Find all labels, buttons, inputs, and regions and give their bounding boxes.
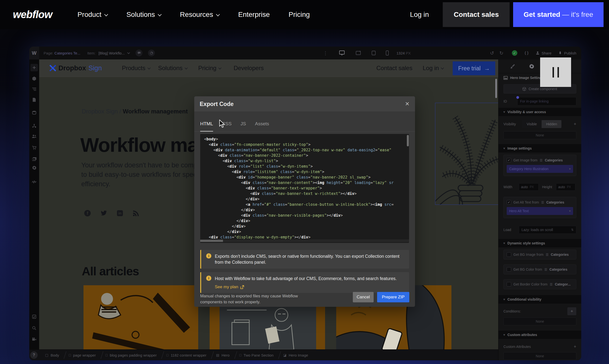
image-field-select[interactable]: Category Hero Illustration▾ (507, 165, 573, 173)
close-icon[interactable]: ✕ (405, 101, 410, 107)
get-border-color-from-checkbox-row[interactable]: Get Border Color from☰Categor... (507, 282, 573, 286)
add-icon[interactable] (30, 64, 38, 71)
item-selector[interactable]: Item:[Blog] Workflo... (87, 51, 130, 55)
video-icon[interactable] (29, 335, 39, 343)
code-horizontal-scrollbar[interactable] (200, 239, 409, 242)
canvas-width-value[interactable]: 1324 PX (396, 51, 411, 55)
desktop-breakpoint-icon[interactable] (339, 51, 345, 55)
canvas-scrollbar[interactable] (495, 79, 497, 98)
comments-icon[interactable] (136, 50, 142, 56)
free-trial-button[interactable]: Free trial→ (453, 61, 495, 75)
style-brush-icon[interactable] (510, 64, 515, 69)
height-input[interactable]: autoPX (556, 183, 575, 191)
checkbox-checked-icon[interactable]: ✓ (507, 200, 511, 205)
site-nav-item-log-in[interactable]: Log in (423, 59, 443, 77)
site-nav-item-solutions[interactable]: Solutions (158, 59, 187, 77)
checklist-icon[interactable] (29, 312, 39, 321)
section-dynamic-styles[interactable]: ▾Dynamic style settings (498, 239, 581, 247)
cms-icon[interactable] (29, 108, 39, 117)
checkbox-checked-icon[interactable]: ✓ (507, 158, 511, 162)
breadcrumb-item-hero[interactable]: ▤Hero (213, 353, 233, 357)
webflow-logo[interactable]: webflow (13, 9, 52, 21)
section-image-settings[interactable]: ▾Image settings (498, 144, 581, 153)
hero-image-element[interactable] (435, 103, 498, 205)
section-custom-attributes[interactable]: ▾Custom attributes (498, 331, 581, 339)
checkbox-unchecked-icon[interactable] (507, 267, 511, 272)
users-icon[interactable] (29, 132, 39, 140)
rss-icon[interactable] (133, 210, 139, 216)
checkbox-unchecked-icon[interactable] (507, 252, 511, 257)
undo-icon[interactable]: ↺ (490, 50, 494, 56)
site-nav-item-contact-sales[interactable]: Contact sales (376, 59, 412, 77)
breadcrumb-item-body[interactable]: ▢Body (42, 353, 62, 357)
page-selector[interactable]: Page: Categories Te... (44, 51, 80, 55)
phone-breakpoint-icon[interactable] (386, 51, 389, 55)
breadcrumb-item-blog-pages-padding-wrapper[interactable]: □blog pages padding wrapper (102, 353, 160, 357)
get-image-checkbox-row[interactable]: ✓ Get Image from ☰ Categories (507, 158, 573, 162)
settings-icon[interactable] (29, 163, 39, 172)
site-nav-item-developers[interactable]: Developers (234, 59, 264, 77)
code-preview[interactable]: <body><div class="fn-component-master st… (200, 134, 409, 243)
linkedin-icon[interactable]: in (117, 210, 123, 216)
contact-sales-button[interactable]: Contact sales (443, 2, 510, 27)
dropbox-sign-logo[interactable]: DropboxSign (50, 59, 102, 77)
id-input[interactable]: For in-page linking (517, 97, 576, 105)
get-alt-checkbox-row[interactable]: ✓ Get Alt Text from ☰ Categories (507, 200, 573, 205)
prepare-zip-button[interactable]: Prepare ZIP (377, 292, 409, 302)
components-icon[interactable] (29, 74, 39, 83)
breadcrumb-item-1182-content-wrapper[interactable]: □1182 content wrapper (163, 353, 210, 357)
search-icon[interactable] (29, 324, 39, 332)
share-button[interactable]: Share (536, 51, 552, 55)
help-icon[interactable]: ? (30, 351, 38, 359)
webflow-w-logo[interactable]: W (29, 47, 39, 59)
settings-gear-icon[interactable] (529, 64, 534, 69)
see-my-plan-link[interactable]: See my plan (215, 285, 244, 289)
logic-icon[interactable] (29, 122, 39, 130)
export-tab-js[interactable]: JS (241, 121, 246, 132)
add-custom-attribute-button[interactable]: + (574, 344, 576, 349)
topnav-item-product[interactable]: Product (78, 11, 108, 19)
topnav-item-pricing[interactable]: Pricing (289, 11, 310, 19)
get-bg-image-from-checkbox-row[interactable]: Get BG Image from☰Categories (507, 252, 573, 257)
export-tab-assets[interactable]: Assets (255, 121, 269, 132)
add-visibility-condition-button[interactable]: + (574, 122, 576, 127)
site-nav-item-products[interactable]: Products (122, 59, 150, 77)
pages-icon[interactable] (29, 96, 39, 104)
topnav-item-enterprise[interactable]: Enterprise (238, 11, 270, 19)
more-menu-icon[interactable]: ⋮ (323, 50, 328, 56)
breadcrumb-item-page-wrapper[interactable]: □page wrapper (65, 353, 99, 357)
checkbox-unchecked-icon[interactable] (507, 282, 511, 286)
export-tab-html[interactable]: HTML (200, 121, 213, 132)
load-select[interactable]: Lazy: loads on scroll⇅ (519, 226, 576, 234)
code-vertical-scrollbar[interactable] (407, 135, 409, 146)
login-link[interactable]: Log in (410, 11, 429, 19)
navigator-icon[interactable] (29, 85, 39, 93)
ecommerce-icon[interactable] (29, 144, 39, 152)
audit-icon[interactable] (29, 178, 39, 186)
history-icon[interactable] (148, 50, 155, 56)
code-export-icon[interactable]: ( ) (525, 51, 528, 55)
twitter-icon[interactable] (101, 210, 107, 216)
assets-icon[interactable] (29, 155, 39, 163)
get-bg-color-from-checkbox-row[interactable]: Get BG Color from☰Categories (507, 267, 573, 272)
redo-icon[interactable]: ↻ (499, 50, 503, 56)
topnav-item-solutions[interactable]: Solutions (126, 11, 161, 19)
article-card[interactable] (83, 285, 198, 349)
cancel-button[interactable]: Cancel (353, 292, 374, 302)
alt-field-select[interactable]: Hero Alt Text▾ (507, 207, 573, 215)
publish-button[interactable]: Publish (558, 51, 576, 55)
width-input[interactable]: autoPX (519, 183, 539, 191)
section-visibility[interactable]: ▾Visibility & user access (498, 108, 581, 116)
tablet-breakpoint-icon[interactable] (371, 51, 376, 55)
section-conditional-visibility[interactable]: ▾Conditional visibility (498, 295, 581, 304)
visibility-toggle[interactable]: Visible Hidden (522, 120, 561, 128)
site-nav-item-pricing[interactable]: Pricing (198, 59, 221, 77)
tablet-large-breakpoint-icon[interactable] (355, 51, 361, 55)
facebook-icon[interactable]: f (84, 210, 91, 216)
topnav-item-resources[interactable]: Resources (180, 11, 219, 19)
add-condition-button[interactable]: + (567, 307, 576, 315)
breadcrumb-item-hero-image[interactable]: ◪Hero Image (280, 353, 312, 357)
get-started-button[interactable]: Get started — it's free (513, 2, 604, 27)
breadcrumb-item-two-pane-section[interactable]: □Two Pane Section (236, 353, 277, 357)
scrollbar-thumb[interactable] (200, 240, 223, 242)
